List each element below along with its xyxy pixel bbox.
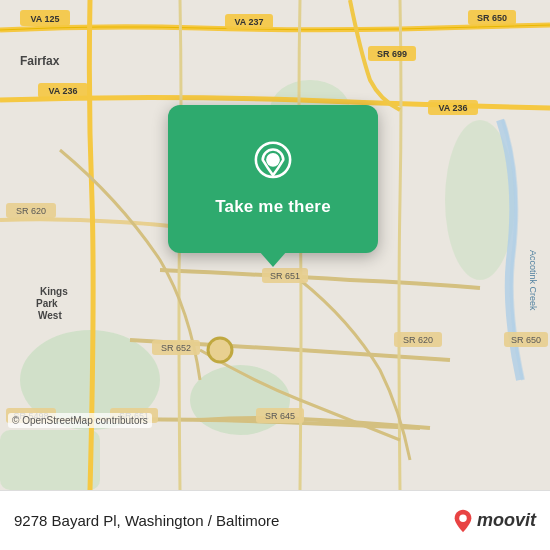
svg-text:Kings: Kings <box>40 286 68 297</box>
svg-text:SR 650: SR 650 <box>477 13 507 23</box>
svg-text:Accotink Creek: Accotink Creek <box>528 250 538 311</box>
svg-text:Fairfax: Fairfax <box>20 54 60 68</box>
bottom-info-bar: 9278 Bayard Pl, Washington / Baltimore m… <box>0 490 550 550</box>
osm-attribution: © OpenStreetMap contributors <box>8 413 152 428</box>
svg-text:SR 651: SR 651 <box>270 271 300 281</box>
svg-text:SR 652: SR 652 <box>161 343 191 353</box>
svg-text:West: West <box>38 310 62 321</box>
svg-point-41 <box>266 153 280 167</box>
svg-point-2 <box>190 365 290 435</box>
moovit-brand-text: moovit <box>477 510 536 531</box>
svg-text:SR 699: SR 699 <box>377 49 407 59</box>
take-me-there-button[interactable]: Take me there <box>215 197 331 217</box>
svg-text:SR 620: SR 620 <box>16 206 46 216</box>
svg-point-6 <box>208 338 232 362</box>
svg-text:SR 645: SR 645 <box>265 411 295 421</box>
svg-text:VA 237: VA 237 <box>234 17 263 27</box>
map-container: VA 125 VA 237 SR 650 VA 236 SR 699 VA 23… <box>0 0 550 490</box>
svg-text:SR 620: SR 620 <box>403 335 433 345</box>
svg-point-42 <box>459 514 466 521</box>
svg-text:VA 236: VA 236 <box>48 86 77 96</box>
moovit-pin-icon <box>452 508 474 534</box>
svg-text:Park: Park <box>36 298 58 309</box>
navigate-popup[interactable]: Take me there <box>168 105 378 253</box>
svg-text:VA 236: VA 236 <box>438 103 467 113</box>
svg-text:VA 125: VA 125 <box>30 14 59 24</box>
svg-rect-5 <box>0 430 100 490</box>
location-pin-icon <box>249 141 297 189</box>
svg-text:SR 650: SR 650 <box>511 335 541 345</box>
moovit-logo: moovit <box>452 508 536 534</box>
address-label: 9278 Bayard Pl, Washington / Baltimore <box>14 512 452 529</box>
